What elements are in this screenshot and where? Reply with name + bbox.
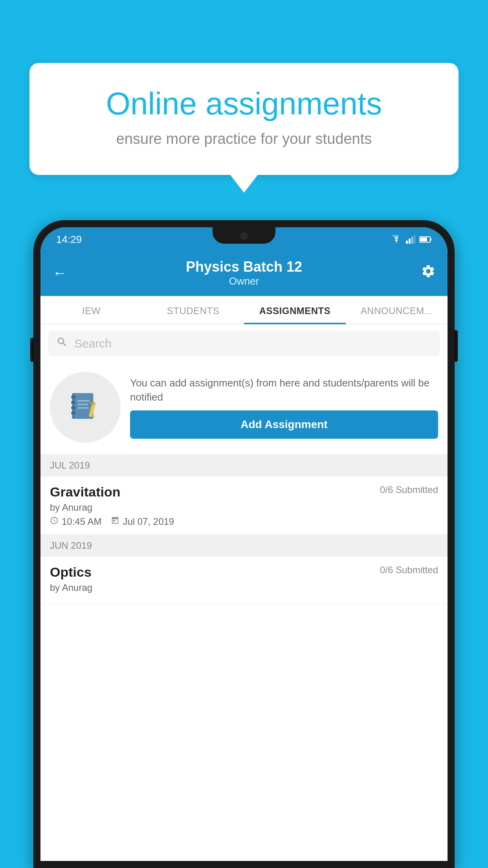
phone-frame: 14:29 [33,220,455,868]
power-button [455,330,458,362]
content-area: Search [40,324,448,861]
phone-screen: 14:29 [40,227,448,861]
section-header-jul: JUL 2019 [40,454,448,476]
svg-rect-10 [71,401,75,404]
section-header-jun: JUN 2019 [40,535,448,557]
assignment-status: 0/6 Submitted [380,484,438,495]
status-time: 14:29 [56,234,82,246]
promo-text: You can add assignment(s) from here and … [130,376,438,405]
assignment-time: 10:45 AM [50,516,101,527]
assignment-author-optics: by Anurag [50,582,438,593]
status-bar: 14:29 [40,227,448,252]
assignment-item-optics[interactable]: Optics 0/6 Submitted by Anurag [40,557,448,604]
tab-students[interactable]: STUDENTS [142,296,244,324]
calendar-icon [111,516,119,527]
svg-rect-5 [430,238,431,241]
promo-section: You can add assignment(s) from here and … [40,362,448,454]
bubble-title: Online assignments [57,86,431,121]
add-assignment-button[interactable]: Add Assignment [130,410,438,439]
assignment-item-gravitation[interactable]: Gravitation 0/6 Submitted by Anurag 10:4… [40,476,448,535]
svg-rect-13 [77,400,90,401]
signal-icon [406,235,415,244]
notch [213,227,275,244]
search-icon [56,336,68,351]
notebook-icon [68,390,103,425]
assignment-name: Gravitation [50,484,120,500]
assignment-date: Jul 07, 2019 [111,516,174,527]
promo-content: You can add assignment(s) from here and … [130,376,438,439]
camera [240,232,248,240]
status-icons [391,235,432,244]
svg-rect-12 [71,412,75,414]
tab-announcements[interactable]: ANNOUNCEM... [346,296,448,324]
svg-rect-6 [420,237,427,241]
header-title: Physics Batch 12 [67,259,421,275]
svg-rect-14 [77,404,88,405]
search-bar-wrap: Search [40,324,448,362]
promo-card: Online assignments ensure more practice … [29,63,459,193]
volume-button [30,338,33,362]
app-header: ← Physics Batch 12 Owner [40,252,448,296]
tabs-bar: IEW STUDENTS ASSIGNMENTS ANNOUNCEM... [40,296,448,324]
settings-button[interactable] [421,264,436,282]
search-placeholder: Search [74,337,112,350]
svg-rect-11 [71,406,75,409]
search-bar[interactable]: Search [48,331,440,356]
speech-bubble-tail [230,175,258,193]
svg-rect-15 [77,407,89,408]
assignment-icon-wrap [50,372,121,443]
bubble-subtitle: ensure more practice for your students [57,131,431,147]
wifi-icon [391,235,402,244]
svg-rect-1 [409,239,411,244]
gear-icon [421,264,436,279]
svg-rect-0 [406,241,408,244]
assignment-meta: 10:45 AM Jul 07, 2019 [50,516,438,527]
svg-rect-2 [411,237,413,244]
header-subtitle: Owner [67,275,421,287]
svg-rect-9 [71,396,75,399]
speech-bubble: Online assignments ensure more practice … [29,63,459,175]
back-button[interactable]: ← [52,265,67,281]
battery-icon [419,236,432,243]
clock-icon [50,516,59,527]
header-center: Physics Batch 12 Owner [67,259,421,287]
assignment-status-optics: 0/6 Submitted [380,565,438,576]
tab-assignments[interactable]: ASSIGNMENTS [244,296,346,324]
assignment-name-optics: Optics [50,565,92,580]
tab-iew[interactable]: IEW [40,296,142,324]
assignment-author: by Anurag [50,502,438,513]
svg-rect-3 [414,235,415,244]
